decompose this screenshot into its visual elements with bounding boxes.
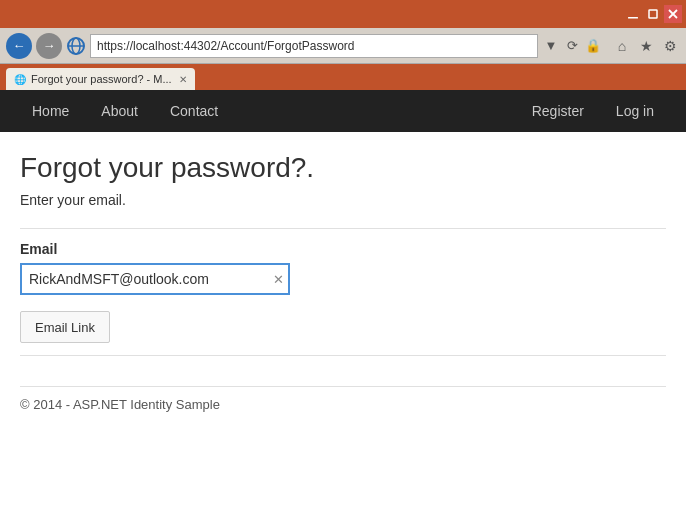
nav-home[interactable]: Home	[16, 90, 85, 132]
title-bar	[0, 0, 686, 28]
nav-left: Home About Contact	[16, 90, 234, 132]
input-clear-button[interactable]: ✕	[273, 273, 284, 286]
bottom-divider	[20, 355, 666, 356]
nav-login[interactable]: Log in	[600, 90, 670, 132]
home-toolbar-icon[interactable]: ⌂	[612, 38, 632, 54]
forward-button[interactable]: →	[36, 33, 62, 59]
tabs-bar: 🌐 Forgot your password? - M... ✕	[0, 64, 686, 90]
footer-text: © 2014 - ASP.NET Identity Sample	[20, 386, 666, 412]
settings-icon[interactable]: ⚙	[660, 38, 680, 54]
favorites-icon[interactable]: ★	[636, 38, 656, 54]
svg-rect-0	[628, 17, 638, 19]
email-input[interactable]	[20, 263, 290, 295]
tab-close-icon[interactable]: ✕	[179, 74, 187, 85]
email-form-group: Email ✕	[20, 241, 666, 295]
email-label: Email	[20, 241, 666, 257]
minimize-button[interactable]	[624, 5, 642, 23]
email-link-button[interactable]: Email Link	[20, 311, 110, 343]
address-bar-area: ← → https://localhost:44302/Account/Forg…	[0, 28, 686, 64]
close-button[interactable]	[664, 5, 682, 23]
nav-right: Register Log in	[516, 90, 670, 132]
tab-label: Forgot your password? - M...	[31, 73, 172, 85]
nav-about[interactable]: About	[85, 90, 154, 132]
ie-logo-icon	[66, 36, 86, 56]
toolbar-icons: ⌂ ★ ⚙	[612, 38, 680, 54]
search-dropdown-icon[interactable]: ▼	[542, 38, 560, 53]
page-title: Forgot your password?.	[20, 152, 666, 184]
active-tab[interactable]: 🌐 Forgot your password? - M... ✕	[6, 68, 195, 90]
refresh-icon[interactable]: ⟳	[563, 38, 581, 53]
browser-window: ← → https://localhost:44302/Account/Forg…	[0, 0, 686, 523]
address-input[interactable]: https://localhost:44302/Account/ForgotPa…	[90, 34, 538, 58]
page-subtitle: Enter your email.	[20, 192, 666, 208]
email-input-wrap: ✕	[20, 263, 290, 295]
page-content: Forgot your password?. Enter your email.…	[0, 132, 686, 523]
nav-contact[interactable]: Contact	[154, 90, 234, 132]
site-nav: Home About Contact Register Log in	[0, 90, 686, 132]
top-divider	[20, 228, 666, 229]
address-icons: ▼ ⟳ 🔒	[542, 38, 602, 53]
title-bar-buttons	[624, 5, 682, 23]
tab-favicon-icon: 🌐	[14, 74, 26, 85]
nav-register[interactable]: Register	[516, 90, 600, 132]
back-button[interactable]: ←	[6, 33, 32, 59]
svg-rect-1	[649, 10, 657, 18]
maximize-button[interactable]	[644, 5, 662, 23]
lock-icon: 🔒	[584, 38, 602, 53]
